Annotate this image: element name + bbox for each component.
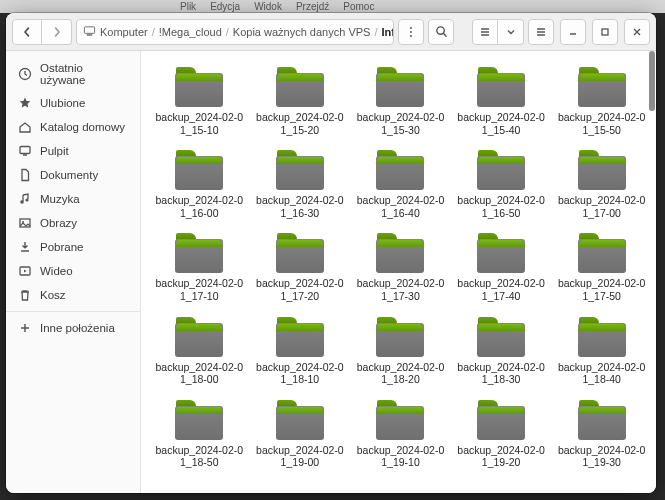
folder-label: backup_2024-02-01_17-20 [254,277,347,302]
folder-item[interactable]: backup_2024-02-01_19-10 [352,394,449,473]
sidebar-other-locations[interactable]: Inne położenia [6,316,140,340]
folder-label: backup_2024-02-01_19-10 [354,444,447,469]
sidebar-item-trash[interactable]: Kosz [6,283,140,307]
view-dropdown-button[interactable] [498,19,524,45]
folder-label: backup_2024-02-01_16-50 [455,194,548,219]
folder-item[interactable]: backup_2024-02-01_17-30 [352,227,449,306]
sidebar-item-music[interactable]: Muzyka [6,187,140,211]
sidebar-item-label: Muzyka [40,193,80,205]
sidebar-item-desktop[interactable]: Pulpit [6,139,140,163]
sidebar-item-home[interactable]: Katalog domowy [6,115,140,139]
sidebar-item-star[interactable]: Ulubione [6,91,140,115]
folder-item[interactable]: backup_2024-02-01_16-40 [352,144,449,223]
computer-icon [83,25,96,38]
sidebar-item-label: Inne położenia [40,322,115,334]
menu-edycja[interactable]: Edycja [210,1,240,12]
list-view-button[interactable] [472,19,498,45]
folder-icon [173,148,225,192]
folder-icon [173,65,225,109]
forward-button[interactable] [42,19,72,45]
folder-item[interactable]: backup_2024-02-01_16-50 [453,144,550,223]
path-separator: / [226,26,229,38]
sidebar-item-download[interactable]: Pobrane [6,235,140,259]
nav-history [12,19,72,45]
folder-item[interactable]: backup_2024-02-01_18-50 [151,394,248,473]
path-segment[interactable]: !Mega_cloud [159,26,222,38]
hamburger-menu-button[interactable] [528,19,554,45]
search-button[interactable] [428,19,454,45]
minimize-button[interactable] [560,19,586,45]
path-segment[interactable]: Komputer [100,26,148,38]
folder-item[interactable]: backup_2024-02-01_19-00 [252,394,349,473]
app-menubar: PlikEdycjaWidokPrzejdźPomoc [0,0,665,13]
folder-item[interactable]: backup_2024-02-01_18-00 [151,311,248,390]
home-icon [18,120,32,134]
menu-przejdź[interactable]: Przejdź [296,1,329,12]
folder-item[interactable]: backup_2024-02-01_15-20 [252,61,349,140]
scrollbar[interactable] [648,51,656,493]
sidebar-item-label: Kosz [40,289,66,301]
sidebar-item-label: Ostatnio używane [40,62,128,86]
folder-icon [374,231,426,275]
folder-item[interactable]: backup_2024-02-01_18-20 [352,311,449,390]
desktop-icon [18,144,32,158]
folder-item[interactable]: backup_2024-02-01_17-20 [252,227,349,306]
path-bar[interactable]: Komputer/!Mega_cloud/Kopia ważnych danyc… [76,19,394,45]
sidebar-item-label: Wideo [40,265,73,277]
view-mode-group [472,19,524,45]
folder-item[interactable]: backup_2024-02-01_17-40 [453,227,550,306]
folder-item[interactable]: backup_2024-02-01_17-00 [553,144,650,223]
folder-item[interactable]: backup_2024-02-01_18-10 [252,311,349,390]
path-segment[interactable]: Kopia ważnych danych VPS [233,26,371,38]
folder-icon [173,315,225,359]
sidebar-item-label: Katalog domowy [40,121,125,133]
sidebar-item-image[interactable]: Obrazy [6,211,140,235]
folder-item[interactable]: backup_2024-02-01_18-30 [453,311,550,390]
folder-item[interactable]: backup_2024-02-01_17-10 [151,227,248,306]
folder-icon [576,231,628,275]
folder-item[interactable]: backup_2024-02-01_15-30 [352,61,449,140]
folder-item[interactable]: backup_2024-02-01_16-30 [252,144,349,223]
folder-item[interactable]: backup_2024-02-01_15-50 [553,61,650,140]
menu-pomoc[interactable]: Pomoc [343,1,374,12]
scrollbar-thumb[interactable] [649,51,655,111]
trash-icon [18,288,32,302]
sidebar-item-doc[interactable]: Dokumenty [6,163,140,187]
folder-content-area[interactable]: backup_2024-02-01_15-10backup_2024-02-01… [141,51,656,493]
folder-label: backup_2024-02-01_17-50 [555,277,648,302]
folder-icon [274,231,326,275]
path-menu-button[interactable] [398,19,424,45]
folder-icon [576,398,628,442]
folder-item[interactable]: backup_2024-02-01_15-10 [151,61,248,140]
folder-item[interactable]: backup_2024-02-01_18-40 [553,311,650,390]
folder-item[interactable]: backup_2024-02-01_17-50 [553,227,650,306]
folder-label: backup_2024-02-01_18-40 [555,361,648,386]
folder-icon [374,398,426,442]
folder-icon [274,315,326,359]
menu-widok[interactable]: Widok [254,1,282,12]
menu-plik[interactable]: Plik [180,1,196,12]
folder-icon [475,398,527,442]
file-manager-window: Komputer/!Mega_cloud/Kopia ważnych danyc… [6,13,656,493]
folder-label: backup_2024-02-01_16-30 [254,194,347,219]
folder-item[interactable]: backup_2024-02-01_19-20 [453,394,550,473]
path-separator: / [152,26,155,38]
sidebar-item-clock[interactable]: Ostatnio używane [6,57,140,91]
sidebar-item-label: Obrazy [40,217,77,229]
folder-item[interactable]: backup_2024-02-01_16-00 [151,144,248,223]
maximize-button[interactable] [592,19,618,45]
folder-icon [374,65,426,109]
folder-label: backup_2024-02-01_16-00 [153,194,246,219]
back-button[interactable] [12,19,42,45]
folder-icon [475,148,527,192]
folder-item[interactable]: backup_2024-02-01_19-30 [553,394,650,473]
folder-label: backup_2024-02-01_16-40 [354,194,447,219]
download-icon [18,240,32,254]
folder-item[interactable]: backup_2024-02-01_15-40 [453,61,550,140]
close-button[interactable] [624,19,650,45]
sidebar-item-label: Pobrane [40,241,83,253]
folder-label: backup_2024-02-01_18-10 [254,361,347,386]
sidebar-item-video[interactable]: Wideo [6,259,140,283]
places-sidebar: Ostatnio używaneUlubioneKatalog domowyPu… [6,51,141,493]
path-segment[interactable]: InfluxDB [381,26,394,38]
